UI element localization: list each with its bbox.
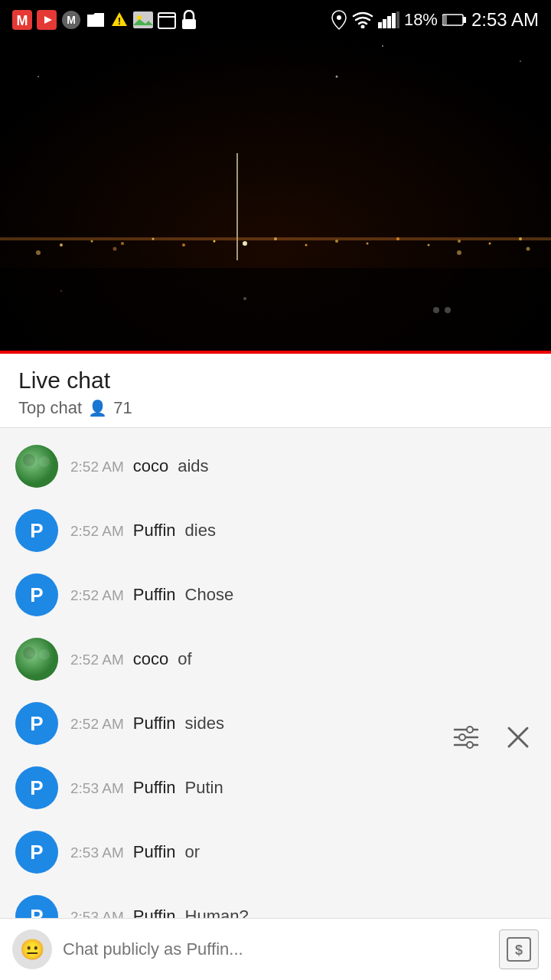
svg-point-44: [396, 237, 399, 240]
svg-point-35: [121, 242, 124, 245]
video-progress-bar[interactable]: [0, 351, 551, 354]
svg-rect-21: [463, 17, 466, 23]
wifi-icon: [352, 11, 373, 28]
chat-message: P 2:53 AM Puffin or: [0, 820, 551, 884]
svg-point-28: [520, 60, 521, 62]
message-content: 2:52 AM Puffin dies: [70, 521, 536, 541]
svg-point-36: [152, 238, 155, 240]
signal-icon: [378, 11, 399, 28]
chat-message: 2:52 AM coco of: [0, 627, 551, 691]
video-player[interactable]: [0, 0, 551, 352]
filter-button[interactable]: [447, 720, 485, 755]
svg-point-41: [305, 244, 308, 247]
m-icon: M: [12, 10, 32, 30]
close-icon: [507, 726, 530, 749]
svg-point-29: [37, 76, 39, 77]
svg-text:!: !: [118, 16, 121, 27]
send-button[interactable]: $: [499, 929, 539, 969]
svg-text:M: M: [17, 13, 28, 28]
svg-rect-55: [0, 268, 551, 352]
message-time: 2:52 AM: [70, 652, 124, 668]
svg-point-66: [15, 445, 58, 488]
status-bar: M M ! 18% 2:53 AM: [0, 0, 551, 40]
chat-message: 2:52 AM coco aids: [0, 434, 551, 498]
avatar: P: [15, 702, 58, 745]
message-time: 2:52 AM: [70, 716, 124, 733]
chat-title: Live chat: [18, 368, 533, 394]
video-content: [0, 0, 551, 352]
chat-input-field[interactable]: [63, 939, 488, 959]
message-text: sides: [185, 714, 224, 733]
svg-point-43: [367, 243, 369, 245]
viewers-count: 71: [113, 398, 132, 418]
svg-point-38: [214, 240, 216, 243]
svg-point-42: [335, 240, 338, 243]
avatar: P: [15, 509, 58, 552]
svg-point-50: [113, 247, 117, 251]
svg-point-52: [527, 247, 530, 251]
message-content: 2:52 AM coco aids: [70, 456, 536, 476]
svg-point-71: [39, 649, 50, 660]
svg-rect-17: [392, 13, 396, 28]
night-scene: [0, 0, 551, 352]
svg-point-49: [36, 250, 41, 255]
svg-point-57: [60, 290, 63, 292]
emoji-button[interactable]: 😐: [12, 929, 52, 969]
filter-icon: [453, 726, 479, 749]
message-content: 2:53 AM Puffin or: [70, 842, 536, 862]
avatar: P: [15, 895, 58, 918]
message-username: Puffin: [133, 778, 176, 798]
svg-point-67: [23, 454, 35, 466]
message-text: Putin: [185, 778, 223, 798]
svg-point-12: [337, 15, 341, 20]
status-icons-left: M M !: [12, 10, 197, 30]
battery-icon: [442, 13, 467, 27]
warning-icon: !: [110, 11, 129, 29]
folder-icon: [86, 11, 106, 28]
svg-point-30: [336, 76, 338, 78]
svg-point-34: [91, 240, 93, 243]
message-text: Human?: [185, 906, 249, 918]
location-icon: [331, 10, 347, 30]
chat-header: Live chat Top chat 👤 71: [0, 354, 551, 428]
svg-point-51: [457, 250, 461, 255]
emoji-icon: 😐: [20, 938, 44, 962]
svg-point-39: [243, 241, 247, 246]
message-username: Puffin: [133, 521, 176, 541]
message-username: coco: [133, 649, 168, 669]
message-time: 2:53 AM: [70, 844, 124, 861]
svg-point-69: [15, 638, 58, 681]
svg-point-70: [23, 647, 35, 659]
message-content: 2:53 AM Puffin Putin: [70, 778, 536, 798]
close-button[interactable]: [500, 720, 536, 755]
chat-input-area: 😐 $: [0, 918, 551, 980]
message-username: Puffin: [133, 714, 176, 733]
svg-rect-16: [387, 16, 391, 28]
svg-point-48: [519, 237, 522, 240]
svg-point-45: [428, 244, 430, 247]
header-actions: [447, 720, 536, 755]
svg-point-26: [382, 45, 383, 47]
svg-text:M: M: [67, 14, 76, 26]
svg-point-56: [243, 297, 246, 300]
viewers-icon: 👤: [88, 399, 107, 417]
avatar: P: [15, 766, 58, 809]
svg-text:$: $: [515, 942, 523, 958]
svg-point-68: [39, 456, 50, 467]
status-time: 2:53 AM: [471, 9, 539, 31]
calendar-icon: [158, 11, 176, 29]
message-content: 2:52 AM Puffin Chose: [70, 585, 536, 605]
svg-point-46: [458, 240, 461, 243]
chat-message: P 2:52 AM Puffin Chose: [0, 563, 551, 627]
status-right: 18% 2:53 AM: [331, 9, 539, 31]
chat-subtitle-row: Top chat 👤 71: [18, 398, 533, 418]
svg-point-37: [182, 243, 185, 247]
svg-point-40: [274, 237, 277, 240]
message-time: 2:52 AM: [70, 523, 124, 540]
chat-message: P 2:52 AM Puffin dies: [0, 498, 551, 563]
chat-subtitle: Top chat: [18, 398, 82, 418]
chat-panel: Live chat Top chat 👤 71: [0, 354, 551, 980]
svg-point-47: [489, 243, 491, 245]
svg-point-33: [60, 243, 63, 247]
message-text: aids: [178, 456, 208, 476]
